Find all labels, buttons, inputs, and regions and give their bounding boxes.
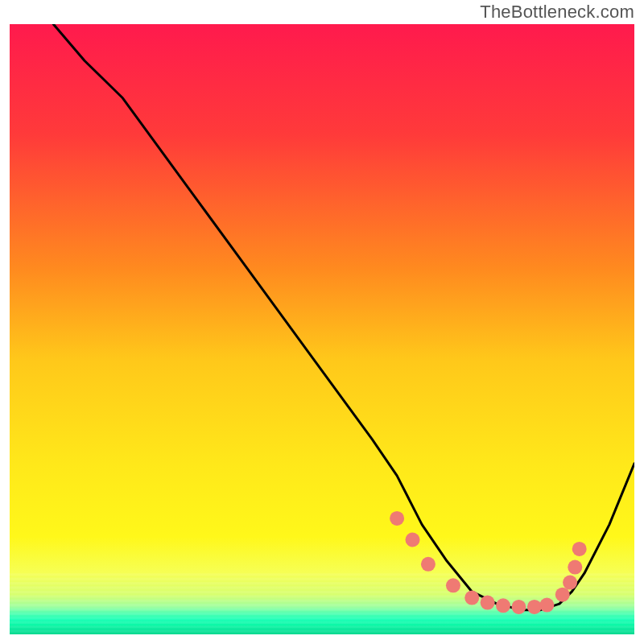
svg-rect-3	[10, 586, 634, 588]
watermark-text: TheBottleneck.com	[480, 2, 634, 23]
svg-rect-1	[10, 578, 634, 580]
marker-point	[555, 588, 570, 602]
marker-point	[496, 598, 510, 613]
svg-rect-9	[10, 613, 634, 615]
svg-rect-13	[10, 630, 634, 633]
marker-point	[421, 557, 436, 572]
marker-point	[527, 600, 542, 614]
marker-point	[572, 542, 587, 556]
marker-point	[446, 578, 460, 592]
svg-rect-11	[10, 621, 634, 624]
marker-point	[464, 591, 479, 605]
marker-point	[568, 560, 582, 575]
marker-point	[539, 598, 554, 613]
marker-point	[406, 533, 420, 547]
chart-gradient-background	[10, 24, 634, 634]
svg-rect-0	[10, 573, 634, 576]
marker-point	[563, 576, 577, 590]
chart-svg	[10, 24, 634, 634]
chart-frame: TheBottleneck.com	[0, 0, 644, 644]
marker-point	[511, 600, 526, 614]
svg-rect-4	[10, 591, 634, 593]
svg-rect-10	[10, 617, 634, 619]
svg-rect-12	[10, 625, 634, 628]
marker-point	[481, 596, 495, 610]
svg-rect-2	[10, 582, 634, 584]
chart-plot-area	[10, 24, 634, 634]
marker-point	[390, 511, 404, 526]
svg-rect-5	[10, 595, 634, 597]
